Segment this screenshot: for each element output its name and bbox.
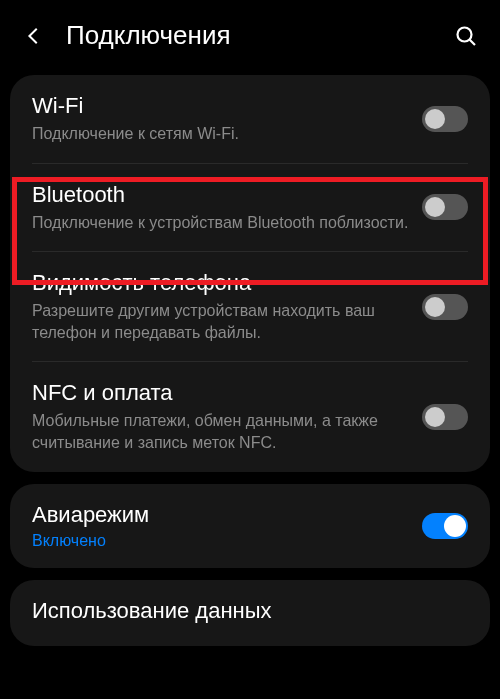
wifi-text: Wi-Fi Подключение к сетям Wi-Fi. <box>32 93 422 145</box>
data-usage-item[interactable]: Использование данных <box>10 580 490 646</box>
wifi-item[interactable]: Wi-Fi Подключение к сетям Wi-Fi. <box>10 75 490 163</box>
wifi-toggle[interactable] <box>422 106 468 132</box>
visibility-text: Видимость телефона Разрешите другим устр… <box>32 270 422 343</box>
nfc-toggle[interactable] <box>422 404 468 430</box>
nfc-title: NFC и оплата <box>32 380 410 406</box>
search-icon[interactable] <box>452 22 480 50</box>
header: Подключения <box>0 0 500 75</box>
back-icon[interactable] <box>20 22 48 50</box>
wifi-title: Wi-Fi <box>32 93 410 119</box>
bluetooth-title: Bluetooth <box>32 182 410 208</box>
svg-point-0 <box>458 27 472 41</box>
data-usage-text: Использование данных <box>32 598 468 628</box>
page-title: Подключения <box>66 20 452 51</box>
visibility-toggle[interactable] <box>422 294 468 320</box>
airplane-title: Авиарежим <box>32 502 410 528</box>
visibility-desc: Разрешите другим устройствам находить ва… <box>32 300 410 343</box>
airplane-section: Авиарежим Включено <box>10 484 490 568</box>
data-usage-title: Использование данных <box>32 598 456 624</box>
visibility-item[interactable]: Видимость телефона Разрешите другим устр… <box>10 252 490 361</box>
wifi-desc: Подключение к сетям Wi-Fi. <box>32 123 410 145</box>
bluetooth-item[interactable]: Bluetooth Подключение к устройствам Blue… <box>10 164 490 252</box>
bluetooth-toggle[interactable] <box>422 194 468 220</box>
airplane-toggle[interactable] <box>422 513 468 539</box>
airplane-status: Включено <box>32 532 410 550</box>
bluetooth-desc: Подключение к устройствам Bluetooth побл… <box>32 212 410 234</box>
airplane-text: Авиарежим Включено <box>32 502 422 550</box>
connections-section: Wi-Fi Подключение к сетям Wi-Fi. Bluetoo… <box>10 75 490 472</box>
bluetooth-text: Bluetooth Подключение к устройствам Blue… <box>32 182 422 234</box>
nfc-item[interactable]: NFC и оплата Мобильные платежи, обмен да… <box>10 362 490 471</box>
airplane-item[interactable]: Авиарежим Включено <box>10 484 490 568</box>
svg-line-1 <box>470 39 476 45</box>
data-usage-section: Использование данных <box>10 580 490 646</box>
nfc-desc: Мобильные платежи, обмен данными, а такж… <box>32 410 410 453</box>
visibility-title: Видимость телефона <box>32 270 410 296</box>
nfc-text: NFC и оплата Мобильные платежи, обмен да… <box>32 380 422 453</box>
